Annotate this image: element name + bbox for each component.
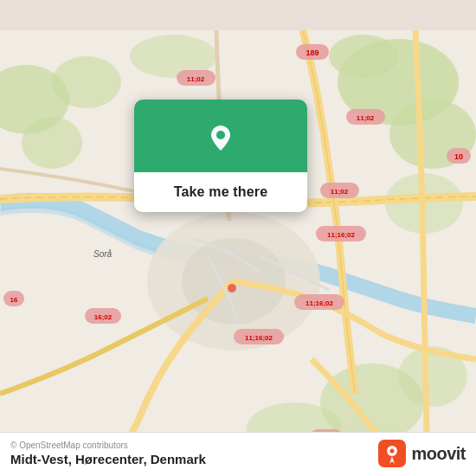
- svg-text:16;02: 16;02: [94, 313, 113, 321]
- svg-point-6: [22, 117, 82, 169]
- svg-text:11;02: 11;02: [357, 114, 375, 122]
- popup-card: Take me there: [134, 100, 307, 212]
- svg-point-42: [390, 449, 395, 453]
- location-title: Midt-Vest, Hørecenter, Denmark: [10, 452, 206, 466]
- svg-text:11;16;02: 11;16;02: [327, 231, 356, 239]
- map-container: 189 11;02 11;02 11;02 11;16;02 11;16;02 …: [0, 0, 476, 476]
- copyright-text: © OpenStreetMap contributors: [10, 441, 206, 450]
- svg-text:11;02: 11;02: [331, 188, 349, 196]
- svg-point-37: [228, 284, 236, 293]
- svg-point-7: [52, 56, 121, 108]
- svg-text:11;16;02: 11;16;02: [306, 299, 334, 307]
- moovit-icon: [378, 440, 406, 467]
- popup-green-area: [134, 100, 307, 172]
- svg-text:16: 16: [10, 296, 18, 304]
- map-background: 189 11;02 11;02 11;02 11;16;02 11;16;02 …: [0, 0, 476, 476]
- svg-text:10: 10: [454, 152, 463, 161]
- moovit-wordmark: moovit: [411, 444, 466, 464]
- svg-text:11;16;02: 11;16;02: [245, 334, 273, 342]
- svg-point-39: [216, 131, 225, 139]
- take-me-there-button[interactable]: Take me there: [134, 172, 307, 212]
- bottom-bar: © OpenStreetMap contributors Midt-Vest, …: [0, 432, 476, 476]
- svg-text:189: 189: [306, 48, 318, 57]
- bottom-left: © OpenStreetMap contributors Midt-Vest, …: [10, 441, 206, 466]
- svg-point-3: [329, 35, 398, 78]
- svg-text:Sorå: Sorå: [93, 249, 113, 259]
- svg-text:11;02: 11;02: [187, 75, 205, 83]
- location-pin-icon: [202, 119, 240, 157]
- moovit-logo: moovit: [378, 440, 466, 467]
